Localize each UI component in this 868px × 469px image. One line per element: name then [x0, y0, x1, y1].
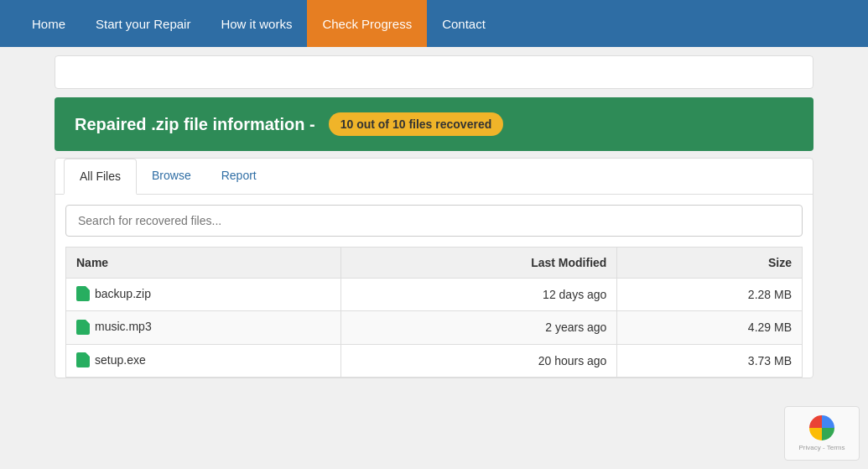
table-row: setup.exe 20 hours ago 3.73 MB	[66, 344, 803, 377]
cell-name: setup.exe	[66, 344, 341, 377]
recaptcha-text: Privacy - Terms	[799, 444, 845, 451]
tab-all-files[interactable]: All Files	[64, 159, 137, 195]
nav-start-repair[interactable]: Start your Repair	[81, 0, 205, 47]
files-table: Name Last Modified Size backup.zip 12 da…	[65, 247, 803, 378]
col-modified: Last Modified	[340, 248, 616, 279]
recovery-badge: 10 out of 10 files recovered	[329, 112, 504, 136]
cell-modified: 20 hours ago	[340, 344, 616, 377]
table-row: music.mp3 2 years ago 4.29 MB	[66, 311, 803, 344]
files-panel: All Files Browse Report Name Last Modifi…	[55, 158, 813, 378]
cell-name: music.mp3	[66, 311, 341, 344]
table-header-row: Name Last Modified Size	[66, 248, 803, 279]
nav-home[interactable]: Home	[17, 0, 81, 47]
cell-size: 3.73 MB	[617, 344, 803, 377]
nav-how-it-works[interactable]: How it works	[205, 0, 307, 47]
tabs-bar: All Files Browse Report	[55, 159, 813, 195]
files-table-wrapper: Name Last Modified Size backup.zip 12 da…	[55, 237, 813, 378]
file-icon	[76, 352, 90, 367]
file-icon	[76, 286, 90, 301]
table-row: backup.zip 12 days ago 2.28 MB	[66, 279, 803, 311]
cell-modified: 2 years ago	[340, 311, 616, 344]
tab-report[interactable]: Report	[206, 159, 272, 195]
nav-check-progress[interactable]: Check Progress	[307, 0, 427, 47]
recaptcha-logo	[809, 415, 834, 440]
cell-modified: 12 days ago	[340, 279, 616, 311]
file-icon	[76, 320, 90, 335]
banner-title: Repaired .zip file information -	[75, 115, 315, 134]
top-bar	[55, 55, 813, 89]
cell-name: backup.zip	[66, 279, 341, 311]
navigation: Home Start your Repair How it works Chec…	[0, 0, 868, 47]
nav-contact[interactable]: Contact	[427, 0, 501, 47]
recaptcha-widget: Privacy - Terms	[784, 406, 860, 461]
tab-browse[interactable]: Browse	[137, 159, 206, 195]
cell-size: 2.28 MB	[617, 279, 803, 311]
search-box	[65, 205, 803, 237]
search-input[interactable]	[65, 205, 803, 237]
col-name: Name	[66, 248, 341, 279]
repair-info-banner: Repaired .zip file information - 10 out …	[55, 97, 813, 151]
col-size: Size	[617, 248, 803, 279]
cell-size: 4.29 MB	[617, 311, 803, 344]
